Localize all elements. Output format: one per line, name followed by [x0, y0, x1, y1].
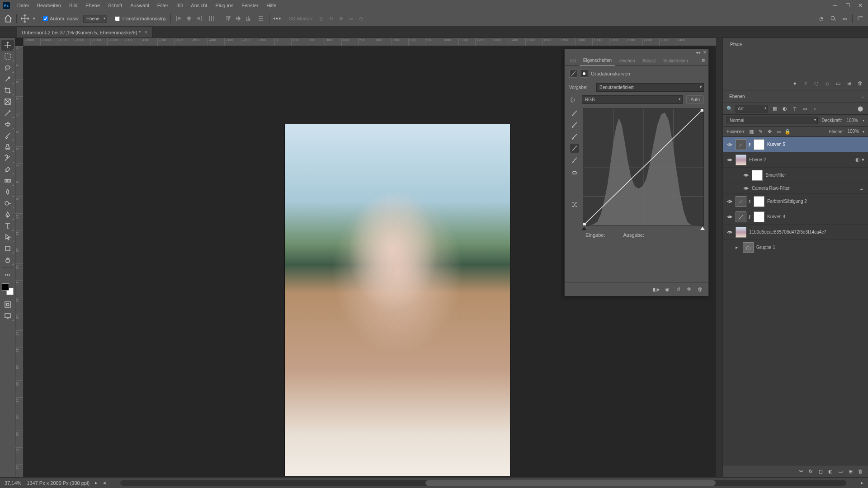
- canvas-area[interactable]: -1500-1400-1300-1200-1100-1000-900-800-7…: [15, 38, 722, 477]
- crop-tool[interactable]: [1, 85, 14, 96]
- lock-transparency-icon[interactable]: ▦: [748, 128, 755, 135]
- filter-toggle-icon[interactable]: ⬤: [856, 105, 864, 113]
- add-adjustment-icon[interactable]: ◐: [826, 467, 835, 475]
- lasso-tool[interactable]: [1, 62, 14, 73]
- filter-pixel-icon[interactable]: ▦: [771, 105, 779, 113]
- layer-row[interactable]: ⚷Farbton/Sättigung 2: [723, 194, 868, 209]
- layer-row[interactable]: 11b0d5dcae835708d472f6d3f14ca4c7: [723, 225, 868, 240]
- home-icon[interactable]: [4, 14, 13, 23]
- pen-tool[interactable]: [1, 209, 14, 220]
- brush-tool[interactable]: [1, 130, 14, 141]
- more-options-icon[interactable]: •••: [273, 15, 281, 22]
- type-tool[interactable]: [1, 221, 14, 231]
- panel-menu-icon[interactable]: ≡: [700, 57, 707, 64]
- new-path-icon[interactable]: ⊞: [845, 80, 853, 87]
- vertical-scrollbar[interactable]: [716, 38, 722, 477]
- horizontal-scrollbar[interactable]: [120, 480, 846, 486]
- cloud-docs-icon[interactable]: ◔: [817, 14, 826, 23]
- path-select-tool[interactable]: [1, 232, 14, 243]
- align-center-h-icon[interactable]: [184, 14, 193, 23]
- layer-row[interactable]: ⚷Kurven 4: [723, 209, 868, 225]
- blend-mode-select[interactable]: Normal: [726, 117, 818, 124]
- distribute-h-icon[interactable]: [207, 14, 216, 23]
- layer-fx-icon[interactable]: fx: [807, 467, 815, 475]
- path-selection-icon[interactable]: ◌: [813, 80, 820, 87]
- channel-select[interactable]: RGB: [582, 95, 683, 104]
- link-layers-icon[interactable]: ⚯: [797, 467, 805, 475]
- curve-draw-icon[interactable]: [570, 155, 579, 164]
- auto-select-target[interactable]: Ebene: [83, 15, 107, 23]
- align-right-icon[interactable]: [194, 14, 203, 23]
- horizontal-ruler[interactable]: -1500-1400-1300-1200-1100-1000-900-800-7…: [24, 38, 722, 46]
- quickmask-tool[interactable]: [1, 299, 14, 310]
- properties-tab-3[interactable]: Absatz: [639, 56, 660, 66]
- distribute-v-icon[interactable]: [256, 14, 265, 23]
- menu-schrift[interactable]: Schrift: [104, 1, 126, 10]
- menu-3d[interactable]: 3D: [173, 1, 186, 10]
- view-previous-icon[interactable]: ◉: [663, 285, 671, 293]
- history-brush-tool[interactable]: [1, 153, 14, 164]
- auto-button[interactable]: Auto: [686, 95, 704, 104]
- properties-tab-1[interactable]: Eigenschaften: [580, 56, 615, 66]
- canvas-image[interactable]: [284, 124, 510, 476]
- vertical-ruler[interactable]: 0123456789101112131415161718192021222324…: [15, 46, 24, 477]
- menu-datei[interactable]: Datei: [14, 1, 33, 10]
- lock-position-icon[interactable]: ✥: [766, 128, 773, 135]
- shape-tool[interactable]: [1, 243, 14, 254]
- workspace-icon[interactable]: ▭: [840, 14, 849, 23]
- delete-layer-icon[interactable]: 🗑: [856, 467, 864, 475]
- add-mask-icon[interactable]: ◻: [816, 467, 825, 475]
- document-tab[interactable]: Unbenannt-2 bei 37,1% (Kurven 5, Ebenenm…: [17, 27, 153, 38]
- menu-bild[interactable]: Bild: [66, 1, 81, 10]
- layer-row[interactable]: Ebene 2◐▾: [723, 152, 868, 168]
- wand-tool[interactable]: [1, 74, 14, 84]
- curve-edit-point-icon[interactable]: [570, 144, 579, 153]
- menu-filter[interactable]: Filter: [154, 1, 172, 10]
- preset-select[interactable]: Benutzerdefiniert: [596, 83, 704, 92]
- curve-clip-icon[interactable]: [570, 200, 579, 209]
- menu-hilfe[interactable]: Hilfe: [263, 1, 280, 10]
- hand-tool[interactable]: [1, 254, 14, 265]
- move-tool-icon[interactable]: [20, 14, 29, 23]
- info-arrow-icon[interactable]: ▸: [95, 480, 98, 486]
- add-mask-icon[interactable]: ▭: [835, 80, 842, 87]
- eyedropper-tool[interactable]: [1, 108, 14, 118]
- filter-type-select[interactable]: Art: [736, 105, 768, 113]
- share-icon[interactable]: [855, 14, 864, 23]
- panel-collapse-icon[interactable]: ◂◂: [696, 50, 700, 55]
- toggle-visibility-icon[interactable]: 👁: [685, 285, 693, 293]
- layers-tab[interactable]: Ebenen: [726, 92, 747, 101]
- curve-sample-black-icon[interactable]: [570, 132, 579, 141]
- path-stroke-icon[interactable]: ○: [802, 80, 809, 87]
- new-group-icon[interactable]: ▭: [836, 467, 844, 475]
- maximize-button[interactable]: ☐: [843, 1, 853, 9]
- close-button[interactable]: ✕: [855, 1, 865, 9]
- filter-type-icon[interactable]: T: [791, 105, 799, 113]
- curve-smooth-icon[interactable]: [570, 167, 579, 176]
- search-icon[interactable]: [829, 14, 838, 23]
- filter-search-icon[interactable]: 🔍: [726, 106, 733, 112]
- eraser-tool[interactable]: [1, 164, 14, 175]
- menu-ansicht[interactable]: Ansicht: [187, 1, 211, 10]
- marquee-tool[interactable]: [1, 51, 14, 62]
- menu-plug-ins[interactable]: Plug-ins: [212, 1, 237, 10]
- lock-all-icon[interactable]: 🔒: [784, 128, 791, 135]
- properties-tab-4[interactable]: Bibliotheken: [660, 56, 691, 66]
- transform-controls-checkbox[interactable]: Transformationsstrg.: [115, 16, 167, 21]
- filter-smart-icon[interactable]: ▫: [811, 105, 819, 113]
- reset-icon[interactable]: ↺: [674, 285, 682, 293]
- gradient-tool[interactable]: [1, 175, 14, 186]
- frame-tool[interactable]: [1, 96, 14, 107]
- heal-tool[interactable]: [1, 119, 14, 130]
- scroll-right-icon[interactable]: ▸: [861, 480, 863, 486]
- close-tab-icon[interactable]: ✕: [144, 30, 148, 35]
- minimize-button[interactable]: ─: [830, 1, 840, 9]
- layer-row[interactable]: Camera Raw-Filter⫠: [723, 183, 868, 194]
- align-left-icon[interactable]: [175, 14, 184, 23]
- align-middle-icon[interactable]: [234, 14, 243, 23]
- zoom-level[interactable]: 37,14%: [5, 480, 21, 486]
- layer-row[interactable]: ▸🗀Gruppe 1: [723, 240, 868, 255]
- mask-icon[interactable]: [580, 70, 588, 78]
- lock-artboard-icon[interactable]: ▭: [775, 128, 782, 135]
- document-info[interactable]: 1347 Px x 2000 Px (300 ppi): [27, 480, 90, 486]
